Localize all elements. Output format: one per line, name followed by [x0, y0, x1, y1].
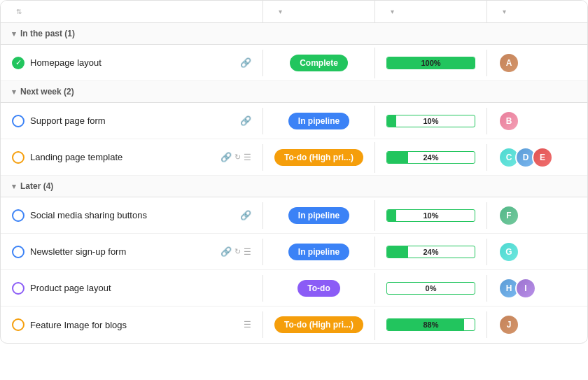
progress-fill: [387, 115, 396, 127]
status-complete-icon: ✓: [12, 57, 24, 69]
groups-container: ▾ In the past (1) ✓ Homepage layout 🔗 Co…: [1, 23, 587, 343]
stage-badge: To-do (High pri...): [274, 149, 363, 166]
table-row[interactable]: Product page layout To-do 0% HI: [1, 270, 587, 307]
task-name-cell: Feature Image for blogs ☰: [1, 311, 263, 338]
link-icon: 🔗: [240, 115, 251, 126]
stage-badge: To-do (High pri...): [274, 316, 363, 333]
chevron-down-icon: ▾: [503, 8, 506, 15]
task-assigned-cell: B: [487, 104, 588, 139]
progress-fill: [387, 246, 408, 258]
task-assigned-cell: A: [487, 45, 588, 80]
group-header-later[interactable]: ▾ Later (4): [1, 176, 587, 197]
group-chevron-icon: ▾: [12, 87, 16, 97]
table-row[interactable]: Feature Image for blogs ☰ To-do (High pr…: [1, 307, 587, 343]
group-label: Next week (2): [20, 87, 74, 97]
header-task-title[interactable]: ⇅: [1, 1, 263, 22]
task-assigned-cell: F: [487, 198, 588, 233]
stage-badge: Complete: [290, 55, 348, 71]
task-progress-cell: 88%: [375, 311, 487, 338]
task-icon-group: 🔗↻☰: [220, 152, 251, 162]
chevron-down-icon: ▾: [279, 8, 282, 15]
task-stage-cell: Complete: [263, 48, 375, 78]
group-header-past[interactable]: ▾ In the past (1): [1, 23, 587, 45]
progress-bar: 0%: [386, 282, 475, 295]
task-name-label: Landing page template: [30, 152, 215, 162]
group-label: In the past (1): [20, 29, 75, 38]
header-stage[interactable]: ▾: [263, 1, 375, 22]
task-table: ⇅ ▾ ▾ ▾ ▾ In the past (1) ✓ Homepage lay…: [0, 0, 588, 344]
task-progress-cell: 100%: [375, 50, 487, 76]
progress-fill: [387, 210, 396, 221]
stage-badge: In pipeline: [288, 244, 349, 260]
stage-badge: In pipeline: [288, 113, 349, 129]
stage-badge: To-do: [298, 280, 340, 297]
task-stage-cell: To-do (High pri...): [263, 309, 375, 340]
link-icon: 🔗: [220, 152, 232, 162]
avatar: I: [515, 278, 536, 299]
progress-bar: 24%: [386, 151, 475, 164]
link-icon: 🔗: [240, 210, 251, 220]
task-assigned-cell: CDE: [487, 140, 588, 175]
task-name-cell: Landing page template 🔗↻☰: [1, 144, 263, 171]
avatar-group: B: [498, 111, 519, 132]
avatar-group: G: [498, 241, 519, 262]
task-progress-cell: 24%: [375, 239, 487, 265]
header-progress[interactable]: ▾: [375, 1, 487, 22]
stage-badge: In pipeline: [288, 207, 349, 224]
task-progress-cell: 0%: [375, 275, 487, 302]
progress-bar: 10%: [386, 209, 475, 222]
task-icon-group: 🔗: [240, 210, 251, 220]
group-header-next[interactable]: ▾ Next week (2): [1, 81, 587, 103]
avatar: G: [498, 241, 519, 262]
progress-bar: 100%: [386, 57, 475, 69]
link-icon: 🔗: [220, 246, 232, 257]
table-row[interactable]: ✓ Homepage layout 🔗 Complete 100% A: [1, 45, 587, 81]
task-stage-cell: To-do (High pri...): [263, 142, 375, 173]
status-todo-high-icon: [12, 151, 24, 164]
header-assigned[interactable]: ▾: [487, 1, 588, 22]
table-row[interactable]: Social media sharing buttons 🔗 In pipeli…: [1, 197, 587, 234]
link-icon: 🔗: [240, 57, 251, 68]
progress-bar: 24%: [386, 246, 475, 258]
table-header: ⇅ ▾ ▾ ▾: [1, 1, 587, 23]
avatar: F: [498, 205, 519, 226]
list-icon: ☰: [244, 153, 251, 162]
avatar: E: [532, 147, 553, 168]
task-name-label: Support page form: [30, 115, 234, 126]
task-name-cell: Newsletter sign-up form 🔗↻☰: [1, 239, 263, 265]
status-pipeline-icon: [12, 209, 24, 222]
status-pipeline-icon: [12, 246, 24, 258]
task-stage-cell: In pipeline: [263, 106, 375, 136]
task-assigned-cell: G: [487, 234, 588, 269]
refresh-icon: ↻: [234, 153, 241, 162]
progress-label: 0%: [426, 284, 437, 293]
task-name-label: Newsletter sign-up form: [30, 246, 215, 257]
progress-label: 24%: [423, 248, 438, 256]
task-progress-cell: 10%: [375, 202, 487, 229]
table-row[interactable]: Newsletter sign-up form 🔗↻☰ In pipeline …: [1, 234, 587, 270]
progress-label: 10%: [423, 211, 438, 220]
task-assigned-cell: HI: [487, 271, 588, 306]
progress-label: 88%: [423, 321, 438, 329]
group-chevron-icon: ▾: [12, 182, 16, 191]
avatar-group: HI: [498, 278, 536, 299]
task-name-cell: Support page form 🔗: [1, 108, 263, 134]
chevron-down-icon: ▾: [391, 8, 394, 15]
avatar: A: [498, 52, 519, 73]
avatar-group: CDE: [498, 147, 553, 168]
table-row[interactable]: Support page form 🔗 In pipeline 10% B: [1, 103, 587, 139]
progress-fill: [387, 152, 408, 163]
avatar: B: [498, 111, 519, 132]
refresh-icon: ↻: [234, 247, 241, 256]
sort-icon: ⇅: [16, 8, 22, 15]
task-name-label: Social media sharing buttons: [30, 210, 234, 220]
progress-label: 10%: [423, 117, 438, 125]
task-progress-cell: 24%: [375, 144, 487, 171]
list-icon: ☰: [244, 247, 251, 257]
table-row[interactable]: Landing page template 🔗↻☰ To-do (High pr…: [1, 139, 587, 176]
task-name-cell: ✓ Homepage layout 🔗: [1, 50, 263, 76]
task-name-cell: Social media sharing buttons 🔗: [1, 202, 263, 229]
avatar: J: [498, 314, 519, 335]
task-stage-cell: In pipeline: [263, 237, 375, 267]
status-todo-high-icon: [12, 318, 24, 331]
